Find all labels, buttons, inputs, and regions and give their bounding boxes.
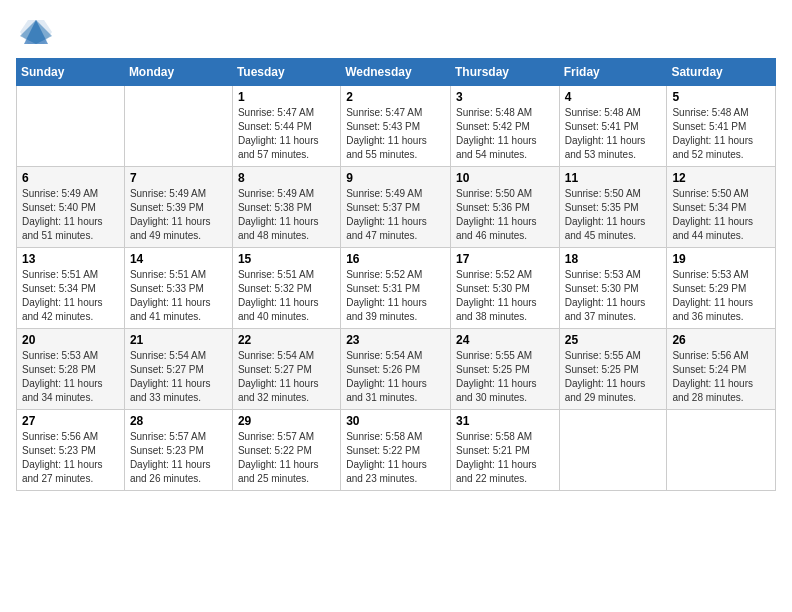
calendar-cell: 16Sunrise: 5:52 AM Sunset: 5:31 PM Dayli…: [341, 248, 451, 329]
day-info: Sunrise: 5:54 AM Sunset: 5:27 PM Dayligh…: [238, 349, 335, 405]
day-number: 13: [22, 252, 119, 266]
calendar-cell: 17Sunrise: 5:52 AM Sunset: 5:30 PM Dayli…: [450, 248, 559, 329]
day-number: 11: [565, 171, 662, 185]
day-info: Sunrise: 5:49 AM Sunset: 5:40 PM Dayligh…: [22, 187, 119, 243]
day-info: Sunrise: 5:50 AM Sunset: 5:36 PM Dayligh…: [456, 187, 554, 243]
day-number: 5: [672, 90, 770, 104]
calendar-cell: 6Sunrise: 5:49 AM Sunset: 5:40 PM Daylig…: [17, 167, 125, 248]
calendar-cell: [559, 410, 667, 491]
day-info: Sunrise: 5:52 AM Sunset: 5:30 PM Dayligh…: [456, 268, 554, 324]
calendar-cell: 3Sunrise: 5:48 AM Sunset: 5:42 PM Daylig…: [450, 86, 559, 167]
day-header-thursday: Thursday: [450, 59, 559, 86]
page-header: [16, 16, 776, 48]
day-header-tuesday: Tuesday: [232, 59, 340, 86]
day-info: Sunrise: 5:49 AM Sunset: 5:39 PM Dayligh…: [130, 187, 227, 243]
calendar-cell: 5Sunrise: 5:48 AM Sunset: 5:41 PM Daylig…: [667, 86, 776, 167]
day-number: 8: [238, 171, 335, 185]
day-number: 12: [672, 171, 770, 185]
day-info: Sunrise: 5:47 AM Sunset: 5:44 PM Dayligh…: [238, 106, 335, 162]
calendar-cell: 7Sunrise: 5:49 AM Sunset: 5:39 PM Daylig…: [124, 167, 232, 248]
day-number: 1: [238, 90, 335, 104]
day-info: Sunrise: 5:49 AM Sunset: 5:37 PM Dayligh…: [346, 187, 445, 243]
day-number: 3: [456, 90, 554, 104]
calendar-cell: [124, 86, 232, 167]
day-info: Sunrise: 5:57 AM Sunset: 5:23 PM Dayligh…: [130, 430, 227, 486]
day-number: 4: [565, 90, 662, 104]
calendar-cell: 2Sunrise: 5:47 AM Sunset: 5:43 PM Daylig…: [341, 86, 451, 167]
day-info: Sunrise: 5:47 AM Sunset: 5:43 PM Dayligh…: [346, 106, 445, 162]
day-info: Sunrise: 5:57 AM Sunset: 5:22 PM Dayligh…: [238, 430, 335, 486]
calendar-cell: 21Sunrise: 5:54 AM Sunset: 5:27 PM Dayli…: [124, 329, 232, 410]
day-number: 6: [22, 171, 119, 185]
calendar-cell: 28Sunrise: 5:57 AM Sunset: 5:23 PM Dayli…: [124, 410, 232, 491]
day-number: 9: [346, 171, 445, 185]
calendar-cell: 23Sunrise: 5:54 AM Sunset: 5:26 PM Dayli…: [341, 329, 451, 410]
calendar-cell: 18Sunrise: 5:53 AM Sunset: 5:30 PM Dayli…: [559, 248, 667, 329]
week-row-5: 27Sunrise: 5:56 AM Sunset: 5:23 PM Dayli…: [17, 410, 776, 491]
day-number: 10: [456, 171, 554, 185]
day-info: Sunrise: 5:48 AM Sunset: 5:42 PM Dayligh…: [456, 106, 554, 162]
calendar-cell: 27Sunrise: 5:56 AM Sunset: 5:23 PM Dayli…: [17, 410, 125, 491]
week-row-1: 1Sunrise: 5:47 AM Sunset: 5:44 PM Daylig…: [17, 86, 776, 167]
day-info: Sunrise: 5:54 AM Sunset: 5:27 PM Dayligh…: [130, 349, 227, 405]
calendar-table: SundayMondayTuesdayWednesdayThursdayFrid…: [16, 58, 776, 491]
calendar-cell: 30Sunrise: 5:58 AM Sunset: 5:22 PM Dayli…: [341, 410, 451, 491]
calendar-cell: 24Sunrise: 5:55 AM Sunset: 5:25 PM Dayli…: [450, 329, 559, 410]
logo: [16, 16, 52, 48]
day-number: 25: [565, 333, 662, 347]
day-info: Sunrise: 5:56 AM Sunset: 5:23 PM Dayligh…: [22, 430, 119, 486]
day-number: 24: [456, 333, 554, 347]
week-row-2: 6Sunrise: 5:49 AM Sunset: 5:40 PM Daylig…: [17, 167, 776, 248]
day-number: 31: [456, 414, 554, 428]
day-number: 27: [22, 414, 119, 428]
day-number: 22: [238, 333, 335, 347]
calendar-cell: 8Sunrise: 5:49 AM Sunset: 5:38 PM Daylig…: [232, 167, 340, 248]
day-number: 30: [346, 414, 445, 428]
day-info: Sunrise: 5:53 AM Sunset: 5:30 PM Dayligh…: [565, 268, 662, 324]
day-info: Sunrise: 5:51 AM Sunset: 5:32 PM Dayligh…: [238, 268, 335, 324]
day-number: 14: [130, 252, 227, 266]
calendar-cell: 13Sunrise: 5:51 AM Sunset: 5:34 PM Dayli…: [17, 248, 125, 329]
calendar-cell: 31Sunrise: 5:58 AM Sunset: 5:21 PM Dayli…: [450, 410, 559, 491]
day-number: 16: [346, 252, 445, 266]
day-info: Sunrise: 5:49 AM Sunset: 5:38 PM Dayligh…: [238, 187, 335, 243]
day-header-sunday: Sunday: [17, 59, 125, 86]
day-number: 15: [238, 252, 335, 266]
calendar-cell: 20Sunrise: 5:53 AM Sunset: 5:28 PM Dayli…: [17, 329, 125, 410]
day-number: 17: [456, 252, 554, 266]
day-number: 19: [672, 252, 770, 266]
day-info: Sunrise: 5:48 AM Sunset: 5:41 PM Dayligh…: [565, 106, 662, 162]
calendar-cell: 25Sunrise: 5:55 AM Sunset: 5:25 PM Dayli…: [559, 329, 667, 410]
week-row-3: 13Sunrise: 5:51 AM Sunset: 5:34 PM Dayli…: [17, 248, 776, 329]
day-info: Sunrise: 5:48 AM Sunset: 5:41 PM Dayligh…: [672, 106, 770, 162]
calendar-cell: 15Sunrise: 5:51 AM Sunset: 5:32 PM Dayli…: [232, 248, 340, 329]
day-header-monday: Monday: [124, 59, 232, 86]
calendar-cell: [667, 410, 776, 491]
day-number: 20: [22, 333, 119, 347]
day-info: Sunrise: 5:50 AM Sunset: 5:34 PM Dayligh…: [672, 187, 770, 243]
day-number: 7: [130, 171, 227, 185]
day-number: 26: [672, 333, 770, 347]
day-number: 29: [238, 414, 335, 428]
logo-icon: [20, 16, 52, 48]
day-info: Sunrise: 5:54 AM Sunset: 5:26 PM Dayligh…: [346, 349, 445, 405]
day-info: Sunrise: 5:56 AM Sunset: 5:24 PM Dayligh…: [672, 349, 770, 405]
calendar-cell: 9Sunrise: 5:49 AM Sunset: 5:37 PM Daylig…: [341, 167, 451, 248]
day-info: Sunrise: 5:53 AM Sunset: 5:29 PM Dayligh…: [672, 268, 770, 324]
calendar-cell: 14Sunrise: 5:51 AM Sunset: 5:33 PM Dayli…: [124, 248, 232, 329]
day-info: Sunrise: 5:58 AM Sunset: 5:22 PM Dayligh…: [346, 430, 445, 486]
calendar-cell: 11Sunrise: 5:50 AM Sunset: 5:35 PM Dayli…: [559, 167, 667, 248]
calendar-header-row: SundayMondayTuesdayWednesdayThursdayFrid…: [17, 59, 776, 86]
calendar-cell: 19Sunrise: 5:53 AM Sunset: 5:29 PM Dayli…: [667, 248, 776, 329]
day-number: 18: [565, 252, 662, 266]
day-number: 23: [346, 333, 445, 347]
week-row-4: 20Sunrise: 5:53 AM Sunset: 5:28 PM Dayli…: [17, 329, 776, 410]
day-info: Sunrise: 5:50 AM Sunset: 5:35 PM Dayligh…: [565, 187, 662, 243]
day-info: Sunrise: 5:51 AM Sunset: 5:34 PM Dayligh…: [22, 268, 119, 324]
day-info: Sunrise: 5:55 AM Sunset: 5:25 PM Dayligh…: [456, 349, 554, 405]
day-info: Sunrise: 5:55 AM Sunset: 5:25 PM Dayligh…: [565, 349, 662, 405]
calendar-cell: 4Sunrise: 5:48 AM Sunset: 5:41 PM Daylig…: [559, 86, 667, 167]
day-header-wednesday: Wednesday: [341, 59, 451, 86]
day-info: Sunrise: 5:53 AM Sunset: 5:28 PM Dayligh…: [22, 349, 119, 405]
day-info: Sunrise: 5:58 AM Sunset: 5:21 PM Dayligh…: [456, 430, 554, 486]
